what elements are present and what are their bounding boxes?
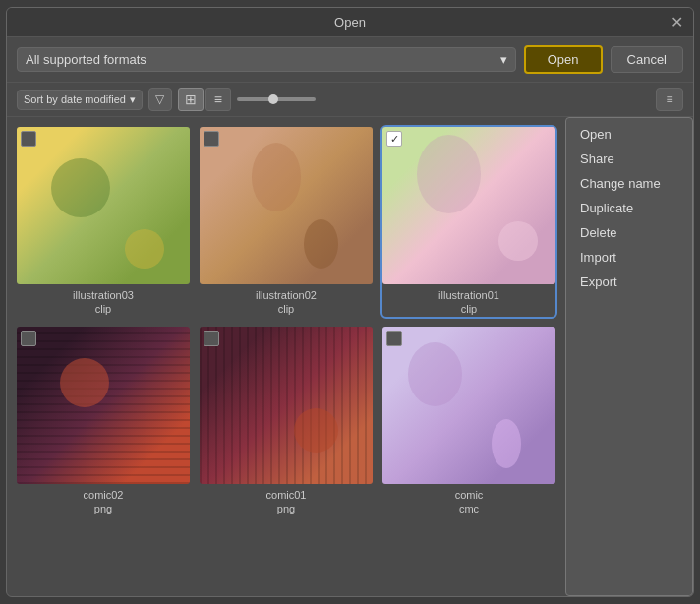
content-area: illustration03clip illustration02clip ✓ — [7, 117, 693, 596]
dialog-title: Open — [334, 15, 366, 30]
zoom-thumb — [268, 94, 278, 104]
thumb-art — [200, 127, 373, 284]
file-name: illustration03clip — [73, 288, 134, 317]
file-thumbnail — [200, 127, 373, 284]
sort-dropdown[interactable]: Sort by date modified ▾ — [17, 90, 143, 110]
file-type: png — [277, 503, 295, 514]
file-name: comiccmc — [455, 488, 484, 516]
close-button[interactable]: ✕ — [671, 15, 683, 30]
context-menu-share[interactable]: Share — [566, 147, 692, 171]
file-checkbox[interactable] — [386, 331, 402, 346]
file-checkbox[interactable] — [204, 131, 219, 147]
file-checkmark[interactable]: ✓ — [386, 131, 402, 147]
zoom-control — [237, 97, 316, 101]
menu-button[interactable]: ≡ — [656, 88, 683, 111]
file-name: comic01png — [266, 488, 307, 516]
file-type: png — [94, 503, 112, 514]
file-type: cmc — [459, 503, 479, 514]
file-thumbnail — [17, 127, 190, 284]
context-menu-change-name[interactable]: Change name — [566, 171, 692, 196]
format-dropdown[interactable]: All supported formats ▾ — [17, 47, 516, 72]
secondary-toolbar: Sort by date modified ▾ ▽ ⊞ ≡ ≡ — [7, 83, 693, 117]
list-item[interactable]: illustration02clip — [200, 127, 373, 317]
thumb-art — [382, 327, 555, 484]
list-item[interactable]: comiccmc — [382, 327, 555, 516]
file-name: comic02png — [84, 488, 124, 516]
file-name: illustration01clip — [438, 288, 499, 317]
grid-view-button[interactable]: ⊞ — [178, 88, 204, 111]
hamburger-icon: ≡ — [666, 92, 672, 106]
file-thumbnail — [382, 327, 555, 484]
thumb-art — [200, 327, 373, 484]
context-menu-delete[interactable]: Delete — [566, 220, 692, 245]
context-menu-open[interactable]: Open — [566, 122, 692, 147]
open-dialog: Open ✕ All supported formats ▾ Open Canc… — [6, 7, 694, 597]
list-view-button[interactable]: ≡ — [205, 88, 231, 111]
list-item[interactable]: illustration03clip — [17, 127, 190, 317]
thumb-art — [382, 127, 555, 284]
file-thumbnail — [17, 327, 190, 484]
sort-chevron-icon: ▾ — [130, 93, 136, 106]
file-type: clip — [95, 303, 112, 315]
file-grid: illustration03clip illustration02clip ✓ — [7, 117, 565, 596]
titlebar: Open ✕ — [7, 8, 693, 37]
view-toggle: ⊞ ≡ — [178, 88, 231, 111]
chevron-down-icon: ▾ — [500, 52, 507, 67]
zoom-slider[interactable] — [237, 97, 316, 101]
file-thumbnail — [382, 127, 555, 284]
file-name: illustration02clip — [256, 288, 317, 317]
file-checkbox[interactable] — [21, 331, 36, 346]
file-thumbnail — [200, 327, 373, 484]
context-menu-duplicate[interactable]: Duplicate — [566, 196, 692, 220]
thumb-art — [17, 127, 190, 284]
file-checkbox[interactable] — [204, 331, 219, 346]
open-button[interactable]: Open — [524, 45, 603, 74]
cancel-button[interactable]: Cancel — [611, 46, 683, 73]
context-menu-export[interactable]: Export — [566, 270, 692, 294]
context-menu-import[interactable]: Import — [566, 245, 692, 270]
list-item[interactable]: comic01png — [200, 327, 373, 516]
grid-icon: ⊞ — [185, 91, 197, 107]
list-item[interactable]: ✓ illustration01clip — [382, 127, 555, 317]
thumb-art — [17, 327, 190, 484]
file-type: clip — [278, 303, 295, 315]
sort-label: Sort by date modified — [24, 93, 126, 105]
context-menu: Open Share Change name Duplicate Delete … — [565, 117, 693, 596]
top-toolbar: All supported formats ▾ Open Cancel — [7, 37, 693, 83]
filter-button[interactable]: ▽ — [148, 88, 172, 111]
file-type: clip — [461, 303, 478, 315]
file-checkbox[interactable] — [21, 131, 36, 147]
format-label: All supported formats — [26, 52, 146, 67]
list-item[interactable]: comic02png — [17, 327, 190, 516]
list-icon: ≡ — [214, 91, 222, 107]
filter-icon: ▽ — [155, 92, 164, 106]
